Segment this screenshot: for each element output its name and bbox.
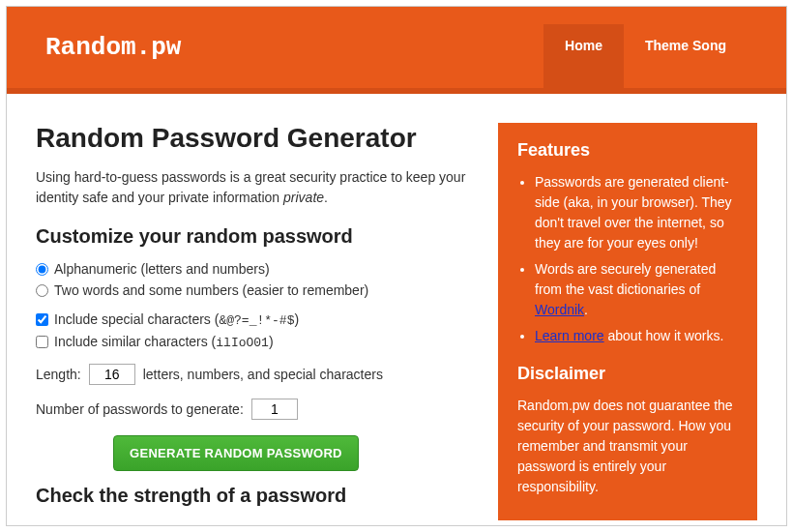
feature-item: Learn more about how it works. [535,326,738,346]
wordnik-link[interactable]: Wordnik [535,302,584,317]
checkbox-similar-chars[interactable] [36,336,48,348]
site-logo[interactable]: Random.pw [45,7,543,88]
radio-alphanumeric-label: Alphanumeric (letters and numbers) [54,261,270,277]
feature-item: Passwords are generated client-side (aka… [535,172,738,253]
customize-heading: Customize your random password [36,225,475,248]
nav-theme-song[interactable]: Theme Song [624,24,748,88]
count-label: Number of passwords to generate: [36,401,244,417]
radio-alphanumeric[interactable] [36,263,48,276]
page-title: Random Password Generator [36,123,475,154]
length-label: Length: [36,367,81,382]
disclaimer-body: Random.pw does not guarantee the securit… [517,396,738,497]
checkbox-similar-chars-label: Include similar characters (ilIoO01) [54,334,274,350]
length-input[interactable] [89,364,135,385]
disclaimer-heading: Disclaimer [517,364,738,384]
learn-more-link[interactable]: Learn more [535,328,604,343]
radio-two-words-label: Two words and some numbers (easier to re… [54,282,368,298]
checkbox-special-chars[interactable] [36,313,48,326]
radio-two-words[interactable] [36,284,48,297]
sidebar: Features Passwords are generated client-… [498,123,757,520]
nav-home[interactable]: Home [543,24,624,88]
nav: Home Theme Song [543,7,748,88]
main-column: Random Password Generator Using hard-to-… [36,123,475,520]
feature-item: Words are securely generated from the va… [535,259,738,320]
intro-text: Using hard-to-guess passwords is a great… [36,167,475,208]
features-heading: Features [517,140,738,161]
strength-heading: Check the strength of a password [36,485,475,507]
length-suffix: letters, numbers, and special characters [143,367,383,382]
generate-button[interactable]: GENERATE RANDOM PASSWORD [113,435,359,471]
count-input[interactable] [251,399,298,420]
checkbox-special-chars-label: Include special characters (&@?=_!*-#$) [54,311,299,328]
header: Random.pw Home Theme Song [7,7,786,94]
